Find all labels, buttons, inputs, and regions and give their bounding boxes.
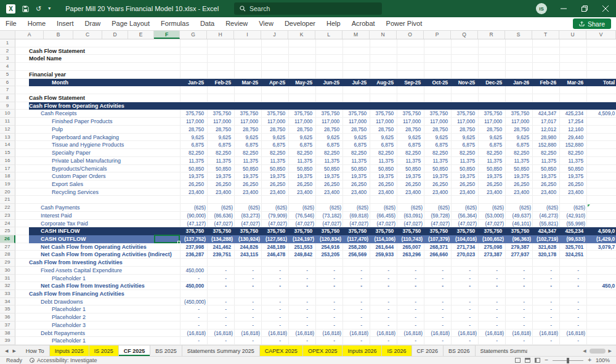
ribbon-tab-help[interactable]: Help — [321, 17, 346, 30]
grid-cell[interactable] — [451, 47, 478, 55]
grid-cell[interactable]: (47,027) — [234, 220, 261, 227]
sheet-tab-is-2025[interactable]: IS 2025 — [89, 346, 119, 356]
grid-cell[interactable]: 50,850 — [234, 165, 261, 172]
grid-cell[interactable]: 117,000 — [207, 118, 234, 125]
grid-cell[interactable]: Feb-25 — [207, 79, 234, 87]
grid-cell[interactable] — [559, 94, 586, 102]
grid-cell[interactable]: (16,818) — [288, 330, 315, 337]
column-header-j[interactable]: J — [261, 31, 288, 39]
row-header-32[interactable]: 32 — [0, 282, 15, 290]
grid-cell[interactable] — [586, 275, 616, 282]
grid-cell[interactable] — [234, 71, 261, 78]
grid-cell[interactable] — [288, 94, 315, 102]
grid-cell[interactable] — [505, 55, 532, 62]
row-label-cell[interactable]: Debt Repayments — [29, 330, 180, 337]
grid-cell[interactable]: 23,400 — [207, 188, 234, 196]
grid-cell[interactable]: (625) — [370, 204, 397, 211]
grid-cell[interactable] — [478, 102, 505, 110]
column-header-p[interactable]: P — [424, 31, 451, 39]
grid-cell[interactable]: 23,400 — [288, 188, 315, 196]
grid-cell[interactable]: - — [261, 282, 288, 289]
grid-cell[interactable]: 117,000 — [234, 118, 261, 125]
row-label-cell[interactable]: Placeholder 1 — [29, 275, 180, 282]
grid-cell[interactable]: (47,027) — [478, 220, 505, 227]
grid-cell[interactable]: (47,027) — [370, 220, 397, 227]
grid-cell[interactable]: 23,400 — [342, 188, 370, 196]
grid-cell[interactable] — [234, 55, 261, 62]
grid-cell[interactable]: 26,250 — [288, 180, 315, 188]
grid-cell[interactable]: 23,400 — [234, 188, 261, 196]
grid-cell[interactable]: - — [370, 337, 397, 344]
column-header-n[interactable]: N — [370, 31, 397, 39]
hscroll-left-icon[interactable]: ◀ — [583, 349, 586, 354]
grid-cell[interactable] — [505, 196, 532, 203]
grid-cell[interactable]: (450,000) — [180, 298, 207, 305]
row-header-9[interactable]: 9 — [0, 102, 15, 110]
grid-cell[interactable] — [207, 47, 234, 55]
grid-cell[interactable] — [478, 259, 505, 266]
grid-cell[interactable] — [586, 259, 616, 266]
grid-cell[interactable] — [505, 63, 532, 70]
grid-cell[interactable]: - — [234, 267, 261, 274]
grid-cell[interactable]: - — [288, 282, 315, 289]
row-label-cell[interactable]: Model Name — [29, 55, 180, 62]
sheet-tab-is-2026[interactable]: IS 2026 — [382, 346, 411, 356]
row-label-cell[interactable]: Cash Receipts — [29, 110, 180, 117]
grid-cell[interactable]: 375,750 — [180, 110, 207, 117]
grid-cell[interactable]: 321,628 — [532, 243, 559, 251]
grid-cell[interactable] — [451, 94, 478, 102]
grid-cell[interactable] — [532, 71, 559, 78]
grid-cell[interactable]: 152,880 — [559, 141, 586, 148]
row-header-30[interactable]: 30 — [0, 267, 15, 275]
grid-cell[interactable] — [586, 157, 616, 164]
accessibility-status[interactable]: Accessibility: Investigate — [30, 357, 97, 363]
share-button[interactable]: Share — [573, 18, 611, 29]
grid-cell[interactable]: 23,400 — [261, 188, 288, 196]
grid-cell[interactable]: 6,875 — [451, 141, 478, 148]
grid-cell[interactable] — [342, 86, 370, 94]
sheet-tab-opex-2025[interactable]: OPEX 2025 — [303, 346, 343, 356]
row-label-cell[interactable]: Net Cash Flow from Operating Activities … — [29, 251, 180, 258]
grid-cell[interactable]: 82,250 — [451, 149, 478, 156]
grid-cell[interactable]: 28,750 — [424, 126, 451, 133]
grid-cell[interactable]: 6,875 — [288, 141, 315, 148]
row-label-cell[interactable] — [29, 86, 180, 94]
grid-cell[interactable]: 375,750 — [505, 227, 532, 235]
grid-cell[interactable]: - — [207, 282, 234, 289]
grid-cell[interactable]: (625) — [505, 204, 532, 211]
grid-cell[interactable] — [586, 172, 616, 180]
grid-cell[interactable] — [478, 39, 505, 47]
grid-cell[interactable]: - — [234, 337, 261, 344]
grid-cell[interactable]: 12,012 — [532, 126, 559, 133]
grid-cell[interactable] — [559, 259, 586, 266]
grid-cell[interactable]: (134,288) — [207, 235, 234, 243]
grid-cell[interactable] — [180, 39, 207, 47]
grid-cell[interactable]: - — [234, 275, 261, 282]
sheet-tab-cf-2025[interactable]: CF 2025 — [119, 346, 151, 356]
grid-cell[interactable] — [315, 86, 342, 94]
grid-cell[interactable]: 50,850 — [261, 165, 288, 172]
grid-cell[interactable]: 23,400 — [424, 188, 451, 196]
grid-cell[interactable] — [315, 71, 342, 78]
ribbon-tab-review[interactable]: Review — [220, 17, 253, 30]
grid-cell[interactable]: 26,250 — [315, 180, 342, 188]
grid-cell[interactable]: - — [370, 305, 397, 313]
grid-cell[interactable]: - — [451, 298, 478, 305]
grid-cell[interactable]: (47,127) — [180, 220, 207, 227]
grid-cell[interactable]: 26,250 — [261, 180, 288, 188]
grid-cell[interactable]: 28,750 — [451, 126, 478, 133]
grid-cell[interactable]: 23,400 — [315, 188, 342, 196]
grid-cell[interactable] — [370, 55, 397, 62]
grid-cell[interactable]: 251,553 — [288, 243, 315, 251]
column-header-i[interactable]: I — [234, 31, 261, 39]
grid-cell[interactable]: 9,625 — [424, 134, 451, 141]
grid-cell[interactable]: (16,818) — [234, 330, 261, 337]
row-header-15[interactable]: 15 — [0, 149, 15, 157]
column-header-h[interactable]: H — [207, 31, 234, 39]
grid-cell[interactable] — [586, 337, 616, 344]
column-header-r[interactable]: R — [478, 31, 505, 39]
grid-cell[interactable]: 28,750 — [478, 126, 505, 133]
grid-cell[interactable]: 50,850 — [559, 165, 586, 172]
grid-cell[interactable]: (47,027) — [261, 220, 288, 227]
grid-cell[interactable] — [586, 180, 616, 188]
